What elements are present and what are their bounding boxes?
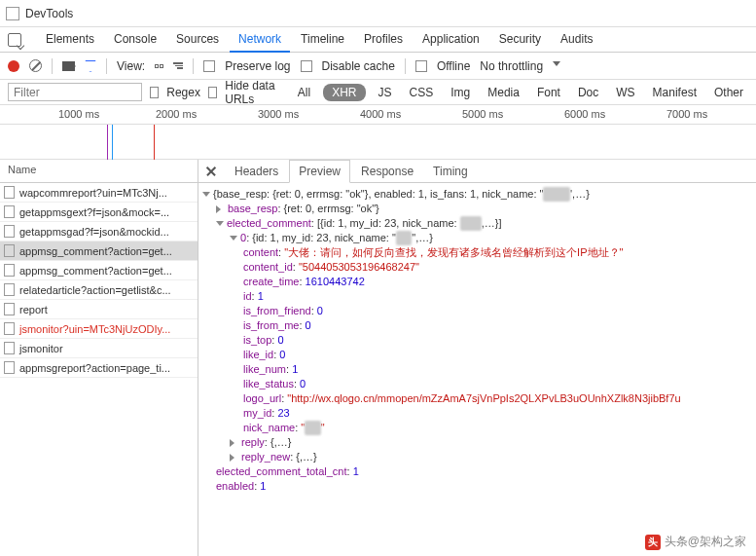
divider xyxy=(52,58,53,74)
divider xyxy=(193,58,194,74)
filter-bar: Regex Hide data URLs All XHR JS CSS Img … xyxy=(0,80,756,105)
app-icon xyxy=(6,7,19,20)
request-item[interactable]: appmsgreport?action=page_ti... xyxy=(0,358,198,378)
request-list: wapcommreport?uin=MTc3Nj...getappmsgext?… xyxy=(0,183,198,556)
divider xyxy=(106,58,107,74)
document-icon xyxy=(4,264,15,277)
filter-img[interactable]: Img xyxy=(446,84,475,101)
detail-tab-preview[interactable]: Preview xyxy=(289,160,350,183)
request-item[interactable]: wapcommreport?uin=MTc3Nj... xyxy=(0,183,198,203)
hide-data-urls-label: Hide data URLs xyxy=(225,79,285,106)
request-name: appmsgreport?action=page_ti... xyxy=(19,362,170,374)
view-label: View: xyxy=(117,59,145,73)
request-sidebar: Name wapcommreport?uin=MTc3Nj...getappms… xyxy=(0,160,198,556)
filter-doc[interactable]: Doc xyxy=(573,84,603,101)
tab-elements[interactable]: Elements xyxy=(37,27,103,53)
document-icon xyxy=(4,186,15,199)
document-icon xyxy=(4,303,15,315)
tick: 4000 ms xyxy=(360,108,401,120)
tick: 3000 ms xyxy=(258,108,299,120)
request-name: appmsg_comment?action=get... xyxy=(19,265,172,277)
timeline-bar xyxy=(154,125,155,160)
document-icon xyxy=(4,283,15,296)
tick: 5000 ms xyxy=(462,108,503,120)
tab-sources[interactable]: Sources xyxy=(167,27,228,53)
tick: 7000 ms xyxy=(666,108,707,120)
request-item[interactable]: relatedarticle?action=getlist&c... xyxy=(0,280,198,300)
request-name: jsmonitor xyxy=(19,343,63,354)
document-icon xyxy=(4,225,15,238)
watermark-text: 头条@架构之家 xyxy=(665,534,746,550)
close-icon[interactable] xyxy=(204,165,218,178)
inspect-element-icon[interactable] xyxy=(8,33,21,47)
clear-icon[interactable] xyxy=(29,59,42,72)
filter-css[interactable]: CSS xyxy=(405,84,439,101)
timeline-bar xyxy=(112,125,113,160)
preview-pane[interactable]: {base_resp: {ret: 0, errmsg: "ok"}, enab… xyxy=(198,183,756,556)
request-item[interactable]: jsmonitor?uin=MTc3NjUzODIy... xyxy=(0,319,198,339)
preserve-log-checkbox[interactable] xyxy=(203,60,215,72)
dropdown-icon[interactable] xyxy=(553,61,560,70)
detail-tab-response[interactable]: Response xyxy=(352,161,422,182)
regex-label: Regex xyxy=(166,86,200,99)
filter-js[interactable]: JS xyxy=(374,84,397,101)
filter-font[interactable]: Font xyxy=(532,84,565,101)
disable-cache-checkbox[interactable] xyxy=(301,60,312,72)
record-icon[interactable] xyxy=(8,60,19,72)
filter-icon[interactable] xyxy=(85,60,96,72)
hide-data-urls-checkbox[interactable] xyxy=(208,87,217,98)
request-item[interactable]: report xyxy=(0,300,198,319)
tick: 1000 ms xyxy=(58,108,99,120)
request-name: relatedarticle?action=getlist&c... xyxy=(19,284,171,296)
request-name: wapcommreport?uin=MTc3Nj... xyxy=(19,187,167,199)
tab-security[interactable]: Security xyxy=(490,27,550,53)
tick: 6000 ms xyxy=(564,108,605,120)
offline-checkbox[interactable] xyxy=(415,60,427,72)
filter-media[interactable]: Media xyxy=(483,84,524,101)
tab-profiles[interactable]: Profiles xyxy=(355,27,412,53)
timeline-overview[interactable]: 1000 ms 2000 ms 3000 ms 4000 ms 5000 ms … xyxy=(0,105,756,160)
detail-tab-timing[interactable]: Timing xyxy=(424,161,477,182)
tab-timeline[interactable]: Timeline xyxy=(292,27,353,53)
screenshot-icon[interactable] xyxy=(62,61,75,71)
filter-xhr[interactable]: XHR xyxy=(323,84,365,101)
request-item[interactable]: appmsg_comment?action=get... xyxy=(0,241,198,261)
tab-audits[interactable]: Audits xyxy=(552,27,601,53)
filter-all[interactable]: All xyxy=(293,84,315,101)
document-icon xyxy=(4,205,15,218)
tab-console[interactable]: Console xyxy=(105,27,165,53)
offline-label: Offline xyxy=(437,59,470,73)
tab-application[interactable]: Application xyxy=(414,27,488,53)
document-icon xyxy=(4,244,15,257)
divider xyxy=(405,58,406,74)
filter-manifest[interactable]: Manifest xyxy=(648,84,702,101)
detail-tab-headers[interactable]: Headers xyxy=(226,161,287,182)
timeline-bar xyxy=(107,125,108,160)
request-item[interactable]: getappmsgext?f=json&mock=... xyxy=(0,203,198,222)
document-icon xyxy=(4,342,15,354)
watermark-logo-icon: 头 xyxy=(645,535,661,550)
waterfall-icon[interactable] xyxy=(173,62,183,69)
filter-ws[interactable]: WS xyxy=(611,84,639,101)
request-name: jsmonitor?uin=MTc3NjUzODIy... xyxy=(19,323,170,335)
request-name: appmsg_comment?action=get... xyxy=(19,245,172,257)
watermark: 头 头条@架构之家 xyxy=(645,534,746,550)
throttling-select[interactable]: No throttling xyxy=(480,59,543,73)
request-name: getappmsgad?f=json&mockid... xyxy=(19,226,169,238)
request-item[interactable]: getappmsgad?f=json&mockid... xyxy=(0,222,198,241)
request-name: report xyxy=(19,304,48,315)
request-item[interactable]: appmsg_comment?action=get... xyxy=(0,261,198,280)
filter-other[interactable]: Other xyxy=(709,84,748,101)
large-rows-icon[interactable] xyxy=(155,64,163,68)
regex-checkbox[interactable] xyxy=(150,87,159,98)
network-toolbar: View: Preserve log Disable cache Offline… xyxy=(0,53,756,80)
request-item[interactable]: jsmonitor xyxy=(0,339,198,358)
name-heading: Name xyxy=(0,160,198,183)
tab-network[interactable]: Network xyxy=(230,27,290,53)
window-title: DevTools xyxy=(25,7,73,20)
request-name: getappmsgext?f=json&mock=... xyxy=(19,206,169,218)
main-tabs: Elements Console Sources Network Timelin… xyxy=(0,27,756,53)
document-icon xyxy=(4,322,15,335)
preserve-log-label: Preserve log xyxy=(225,59,290,73)
filter-input[interactable] xyxy=(8,83,142,101)
